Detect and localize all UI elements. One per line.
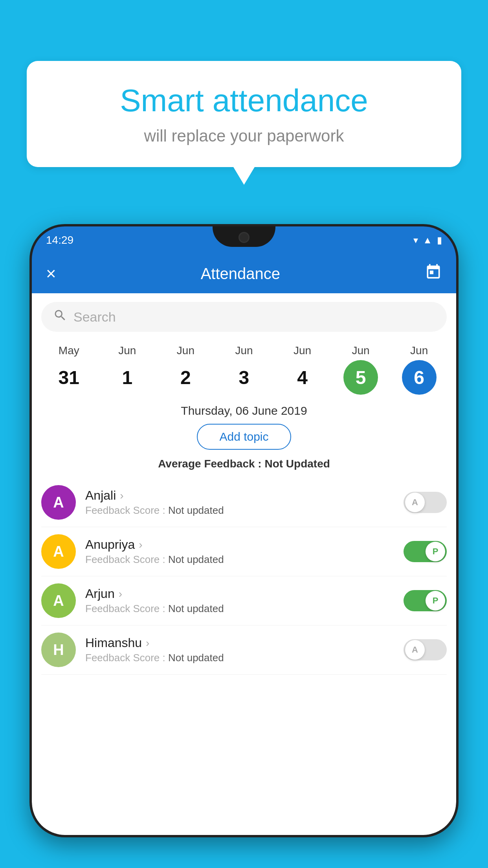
- calendar-day[interactable]: Jun5: [337, 344, 384, 395]
- phone-wrapper: 14:29 ▾ ▲ ▮ × Attendance: [29, 224, 459, 868]
- student-name: Anjali ›: [85, 488, 394, 503]
- calendar-day[interactable]: Jun2: [162, 344, 209, 395]
- student-row[interactable]: AAnjali ›Feedback Score : Not updatedA: [41, 478, 447, 527]
- speech-bubble-wrapper: Smart attendance will replace your paper…: [27, 61, 461, 167]
- bubble-subtitle: will replace your paperwork: [50, 127, 438, 145]
- toggle-knob: P: [426, 591, 445, 611]
- attendance-toggle[interactable]: P: [404, 541, 447, 562]
- calendar-date-label: 2: [168, 360, 203, 395]
- toggle-knob: P: [426, 542, 445, 561]
- student-name: Himanshu ›: [85, 636, 394, 650]
- calendar-month-label: Jun: [352, 344, 370, 357]
- calendar-day[interactable]: Jun1: [104, 344, 151, 395]
- battery-icon: ▮: [437, 235, 442, 246]
- student-feedback: Feedback Score : Not updated: [85, 504, 394, 517]
- student-avatar: A: [41, 583, 76, 618]
- student-info: Anupriya ›Feedback Score : Not updated: [85, 537, 394, 566]
- calendar-day[interactable]: Jun4: [279, 344, 326, 395]
- calendar-month-label: Jun: [177, 344, 194, 357]
- calendar-month-label: Jun: [410, 344, 428, 357]
- avg-feedback-value: Not Updated: [264, 458, 330, 470]
- bubble-title: Smart attendance: [50, 83, 438, 119]
- student-row[interactable]: AAnupriya ›Feedback Score : Not updatedP: [41, 527, 447, 576]
- wifi-icon: ▾: [413, 235, 418, 246]
- student-name-text: Himanshu: [85, 636, 142, 650]
- calendar-date-label: 1: [110, 360, 145, 395]
- front-camera: [238, 232, 250, 243]
- student-info: Anjali ›Feedback Score : Not updated: [85, 488, 394, 517]
- phone-notch: [213, 226, 275, 247]
- speech-bubble: Smart attendance will replace your paper…: [27, 61, 461, 167]
- chevron-right-icon: ›: [139, 539, 142, 551]
- chevron-right-icon: ›: [146, 637, 149, 649]
- calendar-month-label: May: [59, 344, 79, 357]
- student-avatar: A: [41, 534, 76, 569]
- search-bar[interactable]: Search: [41, 302, 447, 332]
- calendar-strip: May31Jun1Jun2Jun3Jun4Jun5Jun6: [32, 340, 456, 395]
- feedback-value: Not updated: [168, 504, 224, 516]
- student-avatar: H: [41, 633, 76, 667]
- calendar-date-label: 6: [402, 360, 437, 395]
- chevron-right-icon: ›: [120, 489, 123, 502]
- attendance-toggle[interactable]: A: [404, 639, 447, 660]
- student-feedback: Feedback Score : Not updated: [85, 652, 394, 664]
- student-list: AAnjali ›Feedback Score : Not updatedAAA…: [32, 478, 456, 675]
- student-name-text: Arjun: [85, 587, 115, 601]
- student-avatar: A: [41, 485, 76, 520]
- student-name-text: Anjali: [85, 488, 116, 503]
- calendar-icon[interactable]: [425, 263, 442, 284]
- phone-frame: 14:29 ▾ ▲ ▮ × Attendance: [29, 224, 459, 837]
- student-row[interactable]: AArjun ›Feedback Score : Not updatedP: [41, 576, 447, 625]
- close-button[interactable]: ×: [46, 264, 56, 283]
- add-topic-button[interactable]: Add topic: [197, 424, 291, 450]
- calendar-date-label: 5: [343, 360, 378, 395]
- calendar-month-label: Jun: [235, 344, 253, 357]
- search-placeholder: Search: [73, 309, 116, 325]
- toggle-knob: A: [405, 493, 425, 512]
- signal-icon: ▲: [423, 235, 432, 246]
- status-icons: ▾ ▲ ▮: [413, 235, 442, 246]
- attendance-toggle[interactable]: A: [404, 492, 447, 513]
- feedback-value: Not updated: [168, 603, 224, 614]
- search-icon: [53, 308, 67, 326]
- feedback-value: Not updated: [168, 652, 224, 664]
- selected-date: Thursday, 06 June 2019: [32, 404, 456, 417]
- student-name: Arjun ›: [85, 587, 394, 601]
- feedback-value: Not updated: [168, 554, 224, 565]
- student-name: Anupriya ›: [85, 537, 394, 552]
- toggle-knob: A: [405, 640, 425, 660]
- calendar-date-label: 3: [227, 360, 261, 395]
- student-info: Himanshu ›Feedback Score : Not updated: [85, 636, 394, 664]
- student-info: Arjun ›Feedback Score : Not updated: [85, 587, 394, 615]
- calendar-day[interactable]: May31: [45, 344, 92, 395]
- calendar-date-label: 31: [51, 360, 86, 395]
- calendar-month-label: Jun: [294, 344, 311, 357]
- student-feedback: Feedback Score : Not updated: [85, 603, 394, 615]
- attendance-toggle[interactable]: P: [404, 590, 447, 611]
- avg-feedback: Average Feedback : Not Updated: [32, 458, 456, 470]
- student-row[interactable]: HHimanshu ›Feedback Score : Not updatedA: [41, 625, 447, 675]
- calendar-day[interactable]: Jun6: [396, 344, 443, 395]
- app-bar-title: Attendance: [201, 265, 280, 283]
- avg-feedback-label: Average Feedback :: [158, 458, 262, 470]
- chevron-right-icon: ›: [119, 588, 122, 600]
- app-bar: × Attendance: [32, 254, 456, 293]
- phone-screen: Search May31Jun1Jun2Jun3Jun4Jun5Jun6 Thu…: [32, 293, 456, 835]
- calendar-date-label: 4: [285, 360, 320, 395]
- status-time: 14:29: [46, 234, 73, 246]
- student-name-text: Anupriya: [85, 537, 135, 552]
- calendar-month-label: Jun: [118, 344, 136, 357]
- student-feedback: Feedback Score : Not updated: [85, 554, 394, 566]
- calendar-day[interactable]: Jun3: [220, 344, 268, 395]
